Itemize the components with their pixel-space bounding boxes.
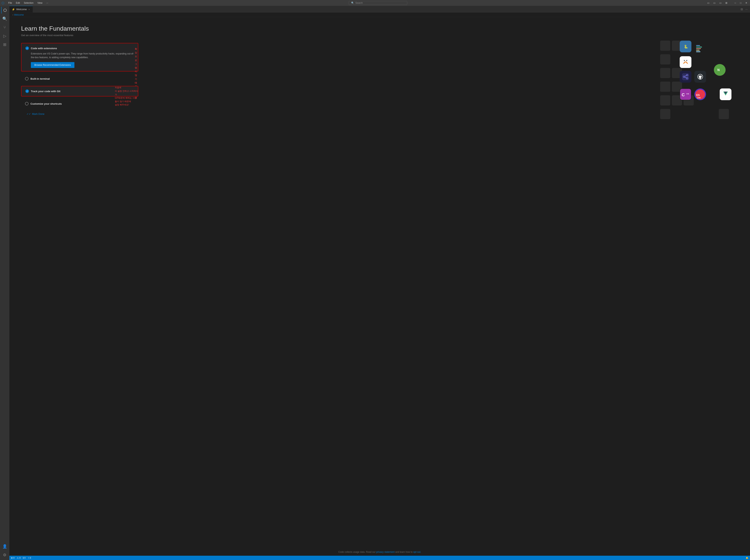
- status-errors[interactable]: ⊗ 0: [11, 557, 15, 559]
- optout-link[interactable]: opt out.: [413, 551, 421, 553]
- activity-explorer[interactable]: ⬡: [1, 7, 8, 14]
- privacy-link[interactable]: privacy statement: [376, 551, 395, 553]
- split-editor-icon[interactable]: ⊟: [740, 7, 744, 11]
- svg-point-10: [686, 60, 687, 61]
- terminal-header: Built-in terminal: [25, 77, 134, 80]
- git-check-icon: ✓: [25, 89, 29, 93]
- status-right: 🔔: [746, 557, 748, 559]
- layout-grid-icon[interactable]: ⊞: [724, 1, 729, 5]
- tab-close-button[interactable]: ×: [28, 8, 30, 11]
- content-area: Learn the Fundamentals Get an overview o…: [9, 17, 750, 548]
- footer-note: Code collects usage data. Read our priva…: [9, 548, 750, 556]
- breadcrumb-label[interactable]: Welcome: [14, 14, 24, 16]
- shortcuts-title: Customize your shortcuts: [31, 102, 62, 105]
- extensions-check-icon: ✓: [25, 46, 29, 50]
- layout-editors-icon[interactable]: ▭: [706, 1, 711, 5]
- tab-label: Welcome: [16, 8, 27, 11]
- extensions-title: Code with extensions: [31, 47, 57, 50]
- python-icon: 🐍: [680, 41, 691, 52]
- search-area: 🔍 Search: [51, 1, 705, 5]
- activity-bar: ⬡ 🔍 ⑂ ▷ ⊞ 👤 ⚙: [0, 6, 9, 560]
- activity-extensions[interactable]: ⊞: [1, 41, 8, 48]
- git-title: Track your code with Git: [31, 90, 60, 93]
- jupyter-icon: [680, 56, 691, 68]
- status-git[interactable]: ⑊ 0: [28, 557, 31, 559]
- mark-done-button[interactable]: ✓✓ Mark Done: [26, 113, 138, 115]
- neovim-icon: N: [714, 64, 726, 76]
- status-info[interactable]: ℹ 0: [23, 557, 25, 559]
- dark-tile-8: [660, 82, 670, 92]
- menu-edit[interactable]: Edit: [14, 1, 21, 5]
- activity-run-debug[interactable]: ▷: [1, 33, 8, 39]
- extensions-card: ✓ Code with extensions Extensions are VS…: [21, 43, 138, 72]
- svg-text:ES: ES: [696, 94, 700, 97]
- terminal-item: Built-in terminal: [21, 74, 138, 84]
- extensions-grid: 🐍: [660, 41, 742, 128]
- footer-text: Code collects usage data. Read our: [338, 551, 376, 553]
- search-box[interactable]: 🔍 Search: [349, 1, 407, 5]
- svg-point-9: [684, 60, 685, 61]
- mark-done-label: Mark Done: [32, 113, 44, 115]
- window-controls: ▭ ▭ ▭ ⊞ ─ □ ✕: [706, 1, 748, 5]
- dark-tile-4: [660, 68, 670, 78]
- status-warnings[interactable]: ⚠ 0: [17, 557, 20, 559]
- more-actions-icon[interactable]: ···: [745, 7, 748, 11]
- svg-rect-3: [696, 45, 700, 46]
- cpp-icon: C ++: [680, 88, 691, 100]
- activity-bar-top: ⬡ 🔍 ⑂ ▷ ⊞: [1, 7, 8, 541]
- activity-account[interactable]: 👤: [1, 543, 8, 550]
- close-button[interactable]: ✕: [744, 1, 748, 5]
- vscode-logo: ⬡: [2, 1, 4, 5]
- share-icon: [680, 71, 691, 83]
- git-annotation: 처음에 이 설정 안하고 시작하다가 GIT때문에 헤메는 사람들이 많기 때문…: [115, 86, 138, 107]
- status-left: ⊗ 0 ⚠ 0 ℹ 0 ⑊ 0: [11, 557, 31, 559]
- terminal-radio-icon[interactable]: [25, 77, 28, 80]
- shortcuts-radio-icon[interactable]: [25, 102, 28, 105]
- svg-text:C: C: [682, 92, 685, 97]
- footer-and: and learn how to: [395, 551, 413, 553]
- activity-search[interactable]: 🔍: [1, 15, 8, 22]
- main-content: Learn the Fundamentals Get an overview o…: [9, 17, 750, 548]
- search-label: Search: [355, 2, 363, 4]
- layout-sidebar-icon[interactable]: ▭: [718, 1, 723, 5]
- svg-text:++: ++: [686, 93, 689, 95]
- svg-rect-5: [696, 48, 701, 49]
- page-subtitle: Get an overview of the most essential fe…: [21, 34, 738, 37]
- dark-tile-13: [719, 109, 729, 119]
- extensions-desc: Extensions are VS Code's power-ups. They…: [31, 52, 134, 59]
- activity-settings[interactable]: ⚙: [1, 552, 8, 558]
- breadcrumb: ‹ Welcome: [9, 13, 750, 17]
- dark-tile-3: [660, 54, 670, 64]
- tab-bar: ⚡ Welcome × ⊟ ···: [9, 6, 750, 13]
- search-icon: 🔍: [351, 2, 354, 4]
- vue-icon: [720, 88, 731, 100]
- menu-view[interactable]: View: [36, 1, 44, 5]
- welcome-tab[interactable]: ⚡ Welcome ×: [9, 6, 33, 13]
- browse-extensions-button[interactable]: Browse Recommended Extensions: [31, 62, 74, 68]
- notification-bell-icon[interactable]: 🔔: [746, 557, 748, 559]
- activity-source-control[interactable]: ⑂: [1, 24, 8, 31]
- eslint-icon: ES Lint: [694, 88, 706, 100]
- github-icon: [694, 71, 706, 83]
- minimize-button[interactable]: ─: [733, 1, 737, 5]
- layout-panel-icon[interactable]: ▭: [712, 1, 716, 5]
- tab-bar-actions: ⊟ ···: [740, 7, 750, 11]
- svg-text:Lint: Lint: [697, 97, 700, 99]
- terminal-title: Built-in terminal: [31, 77, 50, 80]
- activity-bar-bottom: 👤 ⚙: [1, 543, 8, 560]
- mark-done-icon: ✓✓: [26, 113, 31, 115]
- menu-bar: File Edit Selection View ···: [7, 1, 50, 5]
- title-bar: ⬡ File Edit Selection View ··· 🔍 Search …: [0, 0, 750, 6]
- menu-selection[interactable]: Selection: [22, 1, 35, 5]
- extensions-header: ✓ Code with extensions: [25, 46, 134, 50]
- svg-rect-6: [696, 50, 699, 51]
- maximize-button[interactable]: □: [739, 1, 743, 5]
- dark-tile-1: [660, 41, 670, 51]
- menu-more[interactable]: ···: [45, 1, 50, 5]
- menu-file[interactable]: File: [7, 1, 14, 5]
- svg-text:🐍: 🐍: [684, 44, 688, 49]
- dark-tile-9: [660, 95, 670, 105]
- dark-tile-12: [660, 109, 670, 119]
- page-title: Learn the Fundamentals: [21, 25, 738, 32]
- breadcrumb-chevron-icon: ‹: [13, 14, 13, 16]
